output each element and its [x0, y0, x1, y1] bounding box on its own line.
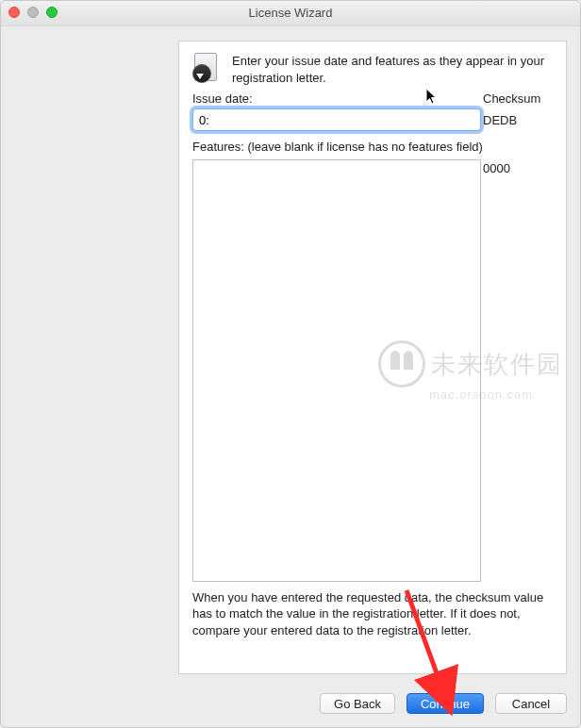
instruction-text: Enter your issue date and features as th…	[232, 53, 553, 86]
checksum-label: Checksum	[483, 91, 553, 106]
issue-date-input[interactable]	[192, 108, 481, 131]
traffic-lights	[8, 7, 58, 18]
titlebar: License Wizard	[1, 1, 580, 26]
issue-date-label: Issue date:	[192, 91, 483, 106]
close-icon[interactable]	[8, 7, 20, 18]
wizard-panel: Enter your issue date and features as th…	[178, 41, 567, 674]
cancel-button[interactable]: Cancel	[495, 693, 567, 714]
go-back-button[interactable]: Go Back	[320, 693, 395, 714]
issue-date-checksum: DEDB	[481, 113, 553, 127]
checksum-help-text: When you have entered the requested data…	[192, 589, 553, 639]
minimize-icon	[27, 7, 39, 18]
license-wizard-window: License Wizard Enter your issue date and…	[0, 0, 581, 728]
continue-button[interactable]: Continue	[407, 693, 484, 714]
features-input[interactable]	[192, 159, 481, 582]
document-inspect-icon	[192, 53, 223, 83]
features-label: Features: (leave blank if license has no…	[192, 139, 553, 156]
zoom-icon[interactable]	[46, 7, 58, 18]
features-checksum: 0000	[481, 159, 553, 175]
button-bar: Go Back Continue Cancel	[320, 693, 567, 714]
window-title: License Wizard	[249, 6, 333, 20]
